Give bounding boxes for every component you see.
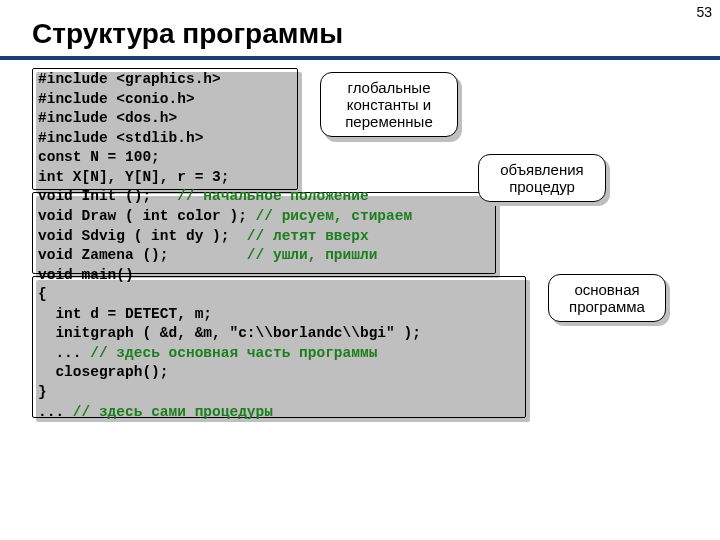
- code-line: void Sdvig ( int dy ); // летят вверх: [38, 227, 421, 247]
- code-line: ... // здесь сами процедуры: [38, 403, 421, 423]
- code-line: int d = DETECT, m;: [38, 305, 421, 325]
- code-line: }: [38, 383, 421, 403]
- page-number: 53: [696, 4, 712, 20]
- code-line: const N = 100;: [38, 148, 421, 168]
- code-line: ... // здесь основная часть программы: [38, 344, 421, 364]
- code-line: void Draw ( int color ); // рисуем, стир…: [38, 207, 421, 227]
- code-line: {: [38, 285, 421, 305]
- callout-prototypes: объявления процедур: [478, 154, 606, 202]
- code-line: initgraph ( &d, &m, "c:\\borlandc\\bgi" …: [38, 324, 421, 344]
- code-line: void Init (); // начальное положение: [38, 187, 421, 207]
- code-line: closegraph();: [38, 363, 421, 383]
- code-line: int X[N], Y[N], r = 3;: [38, 168, 421, 188]
- callout-main: основная программа: [548, 274, 666, 322]
- slide-title: Структура программы: [0, 0, 720, 60]
- code-line: #include <dos.h>: [38, 109, 421, 129]
- code-line: void Zamena (); // ушли, пришли: [38, 246, 421, 266]
- code-line: #include <stdlib.h>: [38, 129, 421, 149]
- code-line: #include <graphics.h>: [38, 70, 421, 90]
- code-line: #include <conio.h>: [38, 90, 421, 110]
- code-line: void main(): [38, 266, 421, 286]
